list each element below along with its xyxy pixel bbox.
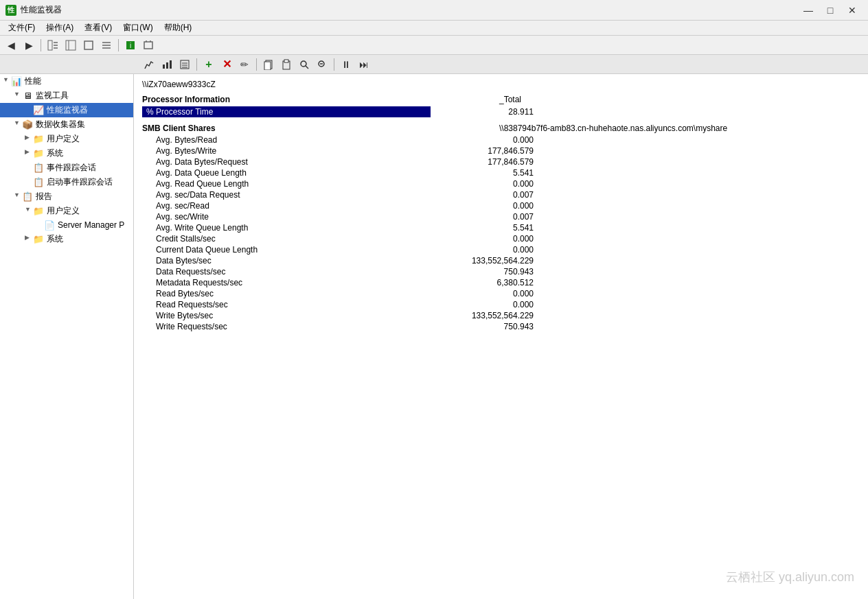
sidebar-item-user-defined-reports[interactable]: ▼📁用户定义 — [0, 204, 133, 218]
sep1 — [41, 39, 41, 51]
expander-reports: ▼ — [14, 191, 22, 202]
counter-name: Read Bytes/sec — [142, 289, 431, 298]
pause-button[interactable]: ⏸ — [338, 57, 354, 72]
menu-item-F[interactable]: 文件(F) — [3, 21, 41, 35]
sidebar-item-user-defined[interactable]: ▶📁用户定义 — [0, 132, 133, 146]
histogram-view-button[interactable] — [159, 57, 175, 72]
counter-value: 0.000 — [431, 179, 534, 189]
button2[interactable] — [62, 38, 79, 53]
sidebar-label-reports: 报告 — [36, 191, 52, 202]
paste-button[interactable] — [278, 57, 295, 72]
copy-button[interactable] — [260, 57, 277, 72]
edit-counter-button[interactable]: ✏ — [236, 57, 253, 72]
content-area: \\iZx70aeww9333cZ Processor Information_… — [134, 74, 868, 599]
sidebar-item-system-reports[interactable]: ▶📁系统 — [0, 232, 133, 246]
remove-counter-button[interactable]: ✕ — [218, 57, 235, 72]
expander-perf-monitor — [25, 105, 33, 116]
expander-event-trace — [25, 163, 33, 174]
counter-row: Avg. Data Bytes/Request177,846.579 — [142, 156, 860, 167]
section-instance-smb-client-shares: \\838794b7f6-amb83.cn-huhehaote.nas.aliy… — [499, 124, 727, 133]
section-header-processor-info: Processor Information_Total — [142, 95, 860, 104]
sidebar-item-perf-monitor[interactable]: 📈性能监视器 — [0, 103, 133, 117]
sidebar: ▼📊性能▼🖥监视工具📈性能监视器▼📦数据收集器集▶📁用户定义▶📁系统📋事件跟踪会… — [0, 74, 134, 599]
icon-server-manager: 📄 — [44, 220, 55, 231]
counter-name: % Processor Time — [142, 106, 431, 117]
sidebar-item-reports[interactable]: ▼📋报告 — [0, 189, 133, 204]
sidebar-item-monitor-tools[interactable]: ▼🖥监视工具 — [0, 89, 133, 103]
sidebar-label-user-defined-reports: 用户定义 — [47, 205, 80, 217]
sidebar-label-startup-event-trace: 启动事件跟踪会话 — [47, 176, 113, 188]
sidebar-item-system[interactable]: ▶📁系统 — [0, 146, 133, 161]
sep3 — [196, 58, 197, 71]
sidebar-item-event-trace[interactable]: 📋事件跟踪会话 — [0, 161, 133, 175]
counter-name: Avg. Data Queue Length — [142, 168, 431, 178]
button5[interactable]: i — [122, 38, 139, 53]
chart-view-button[interactable] — [141, 57, 157, 72]
app-title: 性能监视器 — [21, 4, 798, 16]
button4[interactable] — [98, 38, 115, 53]
forward-button[interactable]: ▶ — [21, 38, 37, 53]
svg-rect-15 — [163, 64, 165, 69]
button6[interactable] — [140, 38, 157, 53]
counter-value: 0.000 — [431, 245, 534, 255]
sidebar-item-data-collectors[interactable]: ▼📦数据收集器集 — [0, 117, 133, 132]
minimize-button[interactable]: — — [798, 3, 819, 17]
button3[interactable] — [80, 38, 97, 53]
svg-rect-4 — [66, 40, 76, 50]
search-button[interactable] — [296, 57, 312, 72]
forward-button2[interactable]: ⏭ — [356, 57, 372, 72]
icon-perf-monitor: 📈 — [33, 105, 44, 116]
report-view-button[interactable] — [176, 57, 193, 72]
expander-user-defined: ▶ — [25, 134, 33, 145]
menu-item-V[interactable]: 查看(V) — [79, 21, 117, 35]
maximize-button[interactable]: □ — [820, 3, 841, 17]
counter-row: Data Bytes/sec133,552,564.229 — [142, 255, 860, 266]
sidebar-item-perf[interactable]: ▼📊性能 — [0, 74, 133, 89]
sidebar-label-perf: 性能 — [25, 75, 41, 87]
server-name: \\iZx70aeww9333cZ — [142, 80, 860, 89]
icon-event-trace: 📋 — [33, 163, 44, 174]
menu-item-H[interactable]: 帮助(H) — [159, 21, 198, 35]
section-smb-client-shares: SMB Client Shares\\838794b7f6-amb83.cn-h… — [142, 124, 860, 332]
counter-name: Current Data Queue Length — [142, 245, 431, 255]
counter-row: Avg. Bytes/Read0.000 — [142, 134, 860, 145]
window-controls: — □ ✕ — [798, 3, 863, 17]
counter-name: Avg. Read Queue Length — [142, 179, 431, 189]
close-button[interactable]: ✕ — [842, 3, 863, 17]
counter-value: 28.911 — [431, 107, 534, 117]
sep4 — [256, 58, 257, 71]
counter-row: Avg. sec/Read0.000 — [142, 200, 860, 211]
counter-row: % Processor Time28.911 — [142, 106, 860, 118]
show-hide-tree-button[interactable] — [45, 38, 61, 53]
counter-name: Avg. Write Queue Length — [142, 223, 431, 233]
counter-value: 750.943 — [431, 267, 534, 277]
icon-reports: 📋 — [22, 191, 33, 202]
expander-data-collectors: ▼ — [14, 119, 22, 130]
sidebar-label-system: 系统 — [47, 148, 63, 159]
sidebar-label-perf-monitor: 性能监视器 — [47, 104, 88, 116]
sep2 — [118, 39, 119, 51]
svg-point-26 — [301, 61, 306, 67]
svg-rect-25 — [284, 60, 288, 62]
svg-rect-17 — [170, 60, 172, 69]
expander-server-manager — [36, 220, 44, 231]
sidebar-item-startup-event-trace[interactable]: 📋启动事件跟踪会话 — [0, 175, 133, 189]
counter-row: Read Bytes/sec0.000 — [142, 288, 860, 299]
counter-value: 133,552,564.229 — [431, 256, 534, 266]
add-counter-button[interactable]: + — [201, 57, 217, 72]
sep5 — [334, 58, 334, 71]
counter-value: 177,846.579 — [431, 146, 534, 156]
menu-item-W[interactable]: 窗口(W) — [117, 21, 158, 35]
section-header-smb-client-shares: SMB Client Shares\\838794b7f6-amb83.cn-h… — [142, 124, 860, 133]
sidebar-item-server-manager[interactable]: 📄Server Manager P — [0, 218, 133, 232]
menu-item-A[interactable]: 操作(A) — [41, 21, 79, 35]
back-button[interactable]: ◀ — [3, 38, 19, 53]
counter-row: Credit Stalls/sec0.000 — [142, 233, 860, 244]
counter-value: 0.007 — [431, 212, 534, 222]
svg-line-27 — [306, 66, 308, 69]
expander-system: ▶ — [25, 148, 33, 159]
icon-user-defined: 📁 — [33, 134, 44, 145]
counter-row: Avg. Data Queue Length5.541 — [142, 167, 860, 178]
svg-text:i: i — [130, 42, 131, 49]
zoom-button[interactable] — [314, 57, 330, 72]
